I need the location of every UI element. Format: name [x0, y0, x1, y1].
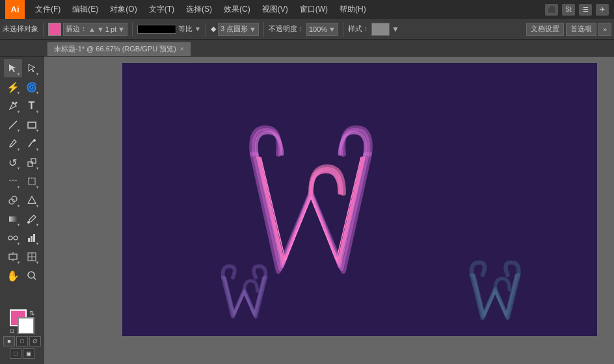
search-icon[interactable]: ⬛ [545, 4, 558, 16]
divider-5 [343, 22, 343, 36]
stroke-shape-dropdown[interactable]: 3 点圆形 ▼ [218, 23, 259, 36]
opacity-dropdown[interactable]: 100% ▼ [306, 23, 338, 36]
menu-edit[interactable]: 编辑(E) [67, 3, 103, 16]
dropdown-arrow-icon: ▼ [118, 25, 125, 33]
direct-selection-tool[interactable]: ▼ [23, 59, 41, 77]
equal-sign: 等比 [178, 24, 193, 34]
tool-arrow-15-icon: ▼ [17, 204, 21, 208]
line-tool[interactable]: ▼ [4, 116, 22, 134]
dropdown-arrow-3-icon: ▼ [249, 25, 256, 33]
paintbrush-tool[interactable]: ▼ [4, 135, 22, 153]
svg-rect-16 [31, 236, 33, 242]
hand-tool[interactable]: ✋ [4, 266, 22, 285]
divider-4 [263, 22, 264, 36]
rotate-icon: ↺ [8, 157, 17, 169]
type-tool[interactable]: T ▼ [23, 97, 41, 115]
send-icon[interactable]: ✈ [596, 4, 609, 16]
perspective-tool[interactable]: ▼ [23, 191, 41, 209]
artboard-tool[interactable]: ▼ [4, 248, 22, 266]
tool-arrow-9-icon: ▼ [17, 148, 21, 151]
tool-row-6: ↺ ▼ ▼ [4, 153, 41, 172]
lasso-tool[interactable]: 🌀 ▼ [23, 78, 41, 96]
tool-arrow-22-icon: ▼ [36, 261, 40, 265]
gradient-tool[interactable]: ▼ [4, 210, 22, 228]
zoom-tool[interactable] [23, 266, 41, 285]
svg-rect-17 [33, 234, 35, 242]
fill-swatch[interactable] [48, 23, 61, 36]
background-color[interactable] [18, 317, 34, 334]
preferences-button[interactable]: 首选项 [566, 23, 596, 36]
dropdown-arrow-2-icon: ▼ [194, 25, 201, 32]
tool-arrow-18-icon: ▼ [36, 223, 40, 227]
shape-builder-tool[interactable]: ▼ [4, 191, 22, 209]
svg-line-1 [9, 121, 17, 129]
free-transform-tool[interactable]: ▼ [23, 172, 41, 190]
scale-tool[interactable]: ▼ [23, 153, 41, 172]
stroke-preview-group: 等比 ▼ [137, 24, 201, 34]
fill-mode-button[interactable]: ■ [3, 336, 15, 346]
color-mode-row: ■ □ ∅ [3, 336, 41, 346]
slice-tool[interactable]: ▼ [23, 248, 41, 266]
tool-arrow-4-icon: ▼ [36, 91, 40, 95]
tool-arrow-21-icon: ▼ [17, 261, 21, 265]
doc-settings-button[interactable]: 文档设置 [526, 23, 564, 36]
selection-tool[interactable]: ▼ [4, 59, 22, 77]
warp-tool[interactable]: 〰 ▼ [4, 172, 22, 190]
rectangle-tool[interactable]: ▼ [23, 116, 41, 134]
fill-stroke-pair: ⇅ ⊡ [10, 309, 34, 334]
workspace-icon[interactable]: ☰ [579, 4, 592, 16]
stroke-mode-button[interactable]: □ [16, 336, 28, 346]
tool-row-3: ▼ T ▼ [4, 97, 41, 115]
rotate-tool[interactable]: ↺ ▼ [4, 153, 22, 172]
menu-view[interactable]: 视图(V) [257, 3, 293, 16]
tool-arrow-11-icon: ▼ [17, 166, 21, 170]
tool-arrow-17-icon: ▼ [17, 223, 21, 227]
swap-colors-icon[interactable]: ⇅ [29, 309, 34, 317]
menu-effect[interactable]: 效果(C) [219, 3, 256, 16]
svg-rect-10 [9, 216, 17, 222]
canvas-svg [122, 63, 597, 336]
warp-icon: 〰 [9, 177, 17, 186]
title-right-controls: ⬛ St ☰ ✈ [545, 4, 609, 16]
menu-type[interactable]: 文字(T) [144, 3, 180, 16]
canvas-area[interactable] [44, 57, 614, 364]
menu-select[interactable]: 选择(S) [181, 3, 217, 16]
full-screen-mode-button[interactable]: ▣ [23, 348, 34, 359]
none-mode-button[interactable]: ∅ [29, 336, 41, 346]
arrange-icon[interactable]: St [562, 4, 575, 16]
dropdown-arrow-5-icon: ▼ [392, 25, 399, 34]
reset-colors-icon[interactable]: ⊡ [10, 328, 14, 334]
stroke-label: 插边： [66, 24, 87, 34]
type-icon: T [29, 100, 35, 112]
document-tab[interactable]: 未标题-1* @ 66.67% (RGB/GPU 预览) × [47, 42, 191, 56]
menu-window[interactable]: 窗口(W) [295, 3, 333, 16]
svg-rect-15 [28, 238, 30, 242]
stroke-preview[interactable] [137, 25, 176, 34]
tool-arrow-13-icon: ▼ [17, 185, 21, 189]
selection-info: 未选择对象 [3, 24, 38, 34]
menu-help[interactable]: 帮助(H) [334, 3, 371, 16]
style-swatch[interactable] [371, 23, 390, 36]
tool-row-12: ✋ [4, 266, 41, 285]
up-arrow-icon: ▲ [88, 25, 96, 33]
magic-wand-tool[interactable]: ⚡ ▼ [4, 78, 22, 96]
pen-tool[interactable]: ▼ [4, 97, 22, 115]
chart-tool[interactable]: ▼ [23, 229, 41, 247]
titlebar: Ai 文件(F) 编辑(E) 对象(O) 文字(T) 选择(S) 效果(C) 视… [0, 0, 614, 19]
tools-panel: ▼ ▼ ⚡ ▼ 🌀 ▼ ▼ T ▼ [0, 57, 44, 364]
stroke-width-dropdown[interactable]: 插边： ▲ ▼ 1 pt ▼ [63, 23, 127, 36]
tool-row-2: ⚡ ▼ 🌀 ▼ [4, 78, 41, 96]
menu-object[interactable]: 对象(O) [105, 3, 142, 16]
tool-arrow-3-icon: ▼ [17, 91, 21, 95]
more-button[interactable]: » [598, 23, 611, 36]
normal-mode-button[interactable]: □ [10, 348, 21, 359]
menu-file[interactable]: 文件(F) [30, 3, 66, 16]
tab-close-button[interactable]: × [180, 46, 184, 53]
opacity-label: 不透明度： [269, 24, 304, 34]
blend-tool[interactable]: ▼ [4, 229, 22, 247]
pencil-tool[interactable]: ▼ [23, 135, 41, 153]
eyedropper-tool[interactable]: ▼ [23, 210, 41, 228]
dropdown-arrow-4-icon: ▼ [328, 25, 336, 33]
color-controls: ⇅ ⊡ ■ □ ∅ □ ▣ [1, 307, 44, 361]
svg-rect-2 [28, 122, 36, 128]
